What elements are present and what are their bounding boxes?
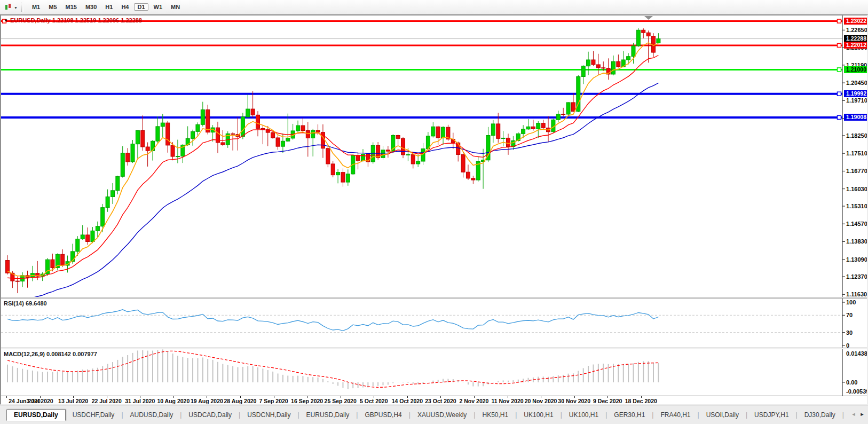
chart-tab-uk100-h1[interactable]: UK100,H1 — [562, 410, 605, 420]
candle — [461, 154, 465, 172]
candle — [386, 150, 390, 151]
timeframe-button-d1[interactable]: D1 — [134, 3, 148, 11]
chart-tab-uk100-h1[interactable]: UK100,H1 — [517, 410, 560, 420]
price-tick-label: 1.14570 — [846, 221, 867, 227]
candle — [466, 172, 470, 178]
macd-pane: MACD(12,26,9) 0.008142 0.007977 0.014384… — [1, 349, 867, 396]
candle — [436, 127, 440, 138]
candle — [522, 129, 525, 134]
toolbar-grip[interactable] — [21, 3, 23, 12]
chart-tab-gbpusd-h4[interactable]: GBPUSD,H4 — [358, 410, 408, 420]
timeframe-button-w1[interactable]: W1 — [151, 3, 166, 11]
candle — [121, 153, 124, 177]
candle — [256, 115, 260, 128]
chart-tab-usdchf-daily[interactable]: USDCHF,Daily — [66, 410, 122, 420]
chart-tab-usdcad-daily[interactable]: USDCAD,Daily — [182, 410, 239, 420]
chart-tab-china300-h1[interactable]: CHINA300,H1 — [844, 410, 849, 420]
candle — [556, 114, 560, 120]
ma-slow-line — [7, 83, 658, 297]
h-line-handle[interactable] — [838, 92, 841, 96]
chart-type-icon[interactable] — [4, 3, 13, 11]
candle — [126, 153, 130, 162]
candle — [646, 33, 650, 36]
chart-tab-ger30-h1[interactable]: GER30,H1 — [607, 410, 652, 420]
candle — [161, 123, 164, 127]
chart-tab-audusd-daily[interactable]: AUDUSD,Daily — [123, 410, 180, 420]
rsi-tick-label: 100 — [846, 299, 867, 305]
chart-tab-usdcnh-daily[interactable]: USDCNH,Daily — [240, 410, 297, 420]
timeframe-button-mn[interactable]: MN — [168, 3, 183, 11]
candle — [431, 127, 435, 136]
chart-tab-usdjpy-h1[interactable]: USDJPY,H1 — [747, 410, 795, 420]
timeframe-button-m30[interactable]: M30 — [82, 3, 100, 11]
h-line-handle[interactable] — [838, 115, 841, 119]
candle — [571, 103, 575, 112]
tab-scroll-left-icon[interactable]: ◂ — [850, 411, 857, 418]
candle — [341, 172, 345, 182]
candle — [401, 138, 405, 155]
chart-tab-fra40-h1[interactable]: FRA40,H1 — [653, 410, 697, 420]
chart-tab-xauusd-weekly[interactable]: XAUUSD,Weekly — [411, 410, 474, 420]
candle — [276, 138, 280, 146]
candle — [246, 109, 250, 117]
chart-tab-dj30-daily[interactable]: DJ30,Daily — [798, 410, 842, 420]
candle — [361, 154, 365, 161]
rsi-tick-label: 70 — [846, 312, 867, 318]
timeframe-button-m15[interactable]: M15 — [62, 3, 80, 11]
candle — [331, 164, 335, 175]
candle — [206, 109, 210, 132]
chart-tab-hk50-h1[interactable]: HK50,H1 — [475, 410, 515, 420]
candle — [581, 66, 585, 77]
candle — [627, 57, 630, 60]
horizontal-level-lines[interactable] — [1, 19, 842, 119]
candle — [526, 127, 530, 129]
candle — [166, 123, 170, 145]
candle — [196, 124, 200, 131]
price-badge-1.19008: 1.19008 — [844, 114, 867, 121]
candle — [146, 147, 149, 151]
macd-tick-label: -0.005396 — [846, 388, 867, 395]
candle — [416, 161, 420, 164]
timeframe-button-h4[interactable]: H4 — [118, 3, 132, 11]
date-axis[interactable]: 24 Jun 20203 Jul 202013 Jul 202022 Jul 2… — [1, 396, 867, 404]
macd-chart-canvas[interactable] — [1, 349, 867, 396]
h-line-handle[interactable] — [838, 19, 841, 23]
candle — [381, 150, 385, 158]
h-line-handle[interactable] — [838, 43, 841, 47]
chart-tab-eurusd-daily[interactable]: EURUSD,Daily — [299, 410, 357, 420]
timeframe-button-m1[interactable]: M1 — [29, 3, 43, 11]
candle — [652, 36, 656, 53]
candle — [632, 46, 635, 57]
timeframe-button-h1[interactable]: H1 — [102, 3, 116, 11]
timeframe-button-m5[interactable]: M5 — [45, 3, 60, 11]
macd-tick-label: 0.014384 — [846, 350, 867, 357]
chart-shift-marker[interactable] — [644, 16, 653, 20]
tab-scroll-right-icon[interactable]: ▸ — [858, 411, 866, 418]
price-chart-canvas[interactable] — [1, 15, 867, 297]
chart-tabs: EURUSD,DailyUSDCHF,Daily|AUDUSD,Daily|US… — [6, 408, 849, 421]
price-tick-label: 1.22650 — [846, 27, 867, 33]
candle — [441, 127, 445, 138]
candle — [587, 60, 590, 66]
rsi-chart-canvas[interactable] — [1, 299, 867, 348]
candle — [491, 124, 495, 136]
candle — [271, 132, 275, 138]
candle — [281, 141, 285, 146]
candle — [86, 235, 90, 242]
candle — [376, 145, 380, 158]
price-badge-1.22012: 1.22012 — [844, 42, 867, 49]
chart-tab-eurusd-daily[interactable]: EURUSD,Daily — [6, 409, 66, 421]
chart-tab-usoil-daily[interactable]: USOil,Daily — [699, 410, 746, 420]
candle — [191, 131, 195, 138]
candle — [76, 239, 80, 252]
candle — [496, 124, 500, 138]
candle — [221, 143, 225, 145]
h-line-handle[interactable] — [838, 68, 841, 72]
chart-menu-icon[interactable]: ▼ — [4, 18, 8, 23]
candle — [346, 174, 350, 182]
rsi-line — [7, 310, 658, 331]
candle — [531, 127, 535, 129]
chevron-down-icon[interactable]: ▼ — [14, 6, 18, 10]
macd-tick-label: 0.00 — [846, 379, 867, 386]
price-badge-1.21000: 1.21000 — [844, 66, 867, 73]
